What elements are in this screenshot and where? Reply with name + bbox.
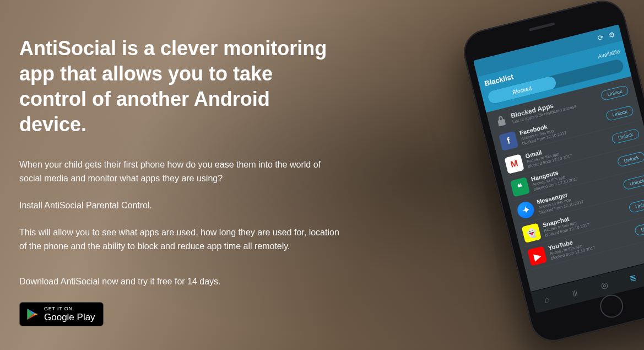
unlock-button[interactable]: Unlock xyxy=(623,174,644,190)
google-play-text: GET IT ON Google Play xyxy=(44,306,95,322)
app-icon: ❝ xyxy=(510,177,530,197)
lock-icon xyxy=(494,114,509,128)
unlock-button[interactable]: Unlock xyxy=(611,128,640,144)
unlock-button[interactable]: Unlock xyxy=(617,151,644,167)
unlock-button[interactable]: Unlock xyxy=(629,197,644,213)
app-icon: f xyxy=(499,131,518,151)
unlock-button[interactable]: Unlock xyxy=(605,105,634,121)
paragraph-1: When your child gets their first phone h… xyxy=(19,158,342,186)
marketing-copy: AntiSocial is a clever monitoring app th… xyxy=(0,0,342,326)
paragraph-4: Download AntiSocial now and try it free … xyxy=(19,275,342,289)
body-text: When your child gets their first phone h… xyxy=(19,158,342,289)
app-icon: ▶ xyxy=(527,246,547,266)
google-play-line2: Google Play xyxy=(44,313,95,322)
paragraph-3: This will allow you to see what apps are… xyxy=(19,226,342,254)
google-play-icon xyxy=(25,307,40,321)
unlock-all-button[interactable]: Unlock xyxy=(600,84,629,100)
app-icon: 👻 xyxy=(522,223,542,243)
settings-icon[interactable]: ⚙ xyxy=(608,30,616,39)
unlock-button[interactable]: Unlock xyxy=(634,220,644,236)
sync-icon[interactable]: ⟳ xyxy=(597,33,604,42)
nav-location-icon[interactable]: ◎ xyxy=(599,279,609,291)
google-play-badge[interactable]: GET IT ON Google Play xyxy=(19,302,104,326)
nav-stats-icon[interactable]: ⫼ xyxy=(570,287,580,298)
nav-blocklist-icon[interactable]: ≣ xyxy=(628,272,637,284)
tabs-header: Blacklist xyxy=(484,73,515,88)
app-icon: M xyxy=(504,154,524,174)
app-icon: ✦ xyxy=(516,200,535,220)
nav-home-icon[interactable]: ⌂ xyxy=(543,294,550,305)
tabs-available-label: Available xyxy=(597,48,620,59)
google-play-line1: GET IT ON xyxy=(44,306,95,311)
headline: AntiSocial is a clever monitoring app th… xyxy=(19,36,342,137)
paragraph-2: Install AntiSocial Parental Control. xyxy=(19,199,342,213)
